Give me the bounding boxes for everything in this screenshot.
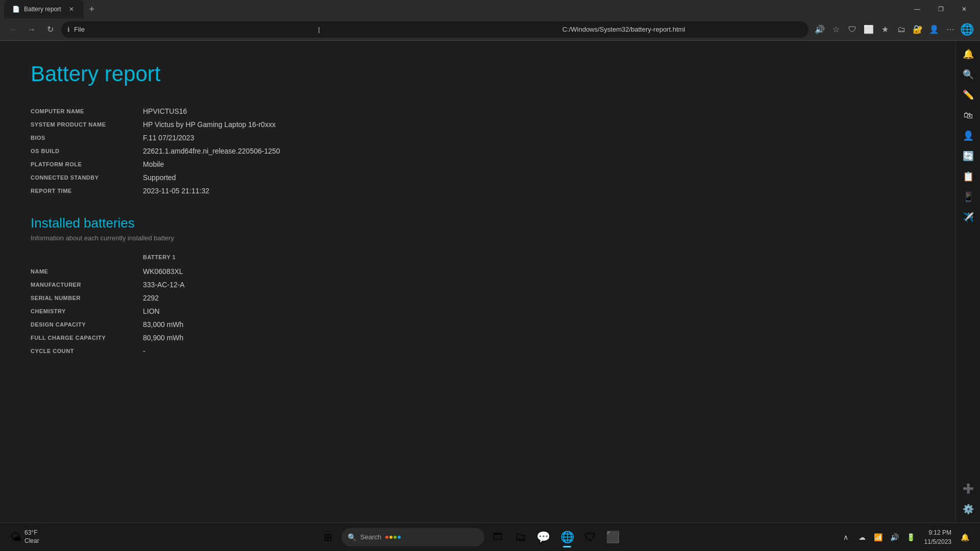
- active-tab[interactable]: 📄 Battery report ✕: [4, 0, 84, 18]
- new-tab-button[interactable]: +: [84, 2, 100, 16]
- start-icon: ⊞: [324, 531, 332, 543]
- sidebar-settings-icon[interactable]: ⚙️: [959, 500, 977, 518]
- address-bar: ← → ↻ ℹ File | C:/Windows/System32/batte…: [0, 18, 980, 41]
- field-value-5: Supported: [143, 173, 925, 182]
- tray-wifi[interactable]: 📶: [871, 530, 886, 544]
- browser-icon: 🌐: [560, 531, 574, 544]
- profile-button[interactable]: 👤: [927, 22, 941, 37]
- tray-battery[interactable]: 🔋: [904, 530, 918, 544]
- field-value-4: Mobile: [143, 160, 925, 168]
- sidebar-add-icon[interactable]: ➕: [959, 480, 977, 498]
- sidebar-sync-icon[interactable]: 🔄: [959, 147, 977, 165]
- tray-chevron[interactable]: ∧: [839, 530, 853, 544]
- browser-sidebar: 🔔 🔍 ✏️ 🛍 👤 🔄 📋 📱 ✈️ ➕ ⚙️: [955, 41, 980, 522]
- taskbar: 🌤 63°F Clear ⊞ 🔍 Search 🗔: [0, 522, 980, 551]
- battery-field-label-3: CHEMISTRY: [31, 307, 143, 315]
- field-label-6: REPORT TIME: [31, 187, 143, 195]
- address-url: C:/Windows/System32/battery-report.html: [562, 26, 802, 33]
- field-value-6: 2023-11-05 21:11:32: [143, 187, 925, 195]
- tab-bar: 📄 Battery report ✕ +: [4, 0, 903, 18]
- refresh-button[interactable]: ↻: [43, 22, 57, 37]
- taskbar-chat-app[interactable]: 💬: [532, 526, 554, 548]
- system-clock[interactable]: 9:12 PM 11/5/2023: [920, 526, 955, 548]
- battery-field-label-4: DESIGN CAPACITY: [31, 320, 143, 329]
- field-value-0: HPVICTUS16: [143, 107, 925, 115]
- favorites-list-button[interactable]: ★: [878, 22, 892, 37]
- report-title: Battery report: [31, 61, 925, 87]
- favorites-button[interactable]: ☆: [829, 22, 843, 37]
- weather-text: 63°F Clear: [24, 529, 39, 545]
- sidebar-send-icon[interactable]: ✈️: [959, 208, 977, 227]
- weather-icon: 🌤: [10, 531, 21, 544]
- sidebar-copilot-icon[interactable]: 📱: [959, 188, 977, 206]
- dot-red: [385, 536, 388, 539]
- close-button[interactable]: ✕: [952, 1, 976, 17]
- field-label-5: CONNECTED STANDBY: [31, 173, 143, 182]
- field-label-3: OS BUILD: [31, 147, 143, 155]
- more-button[interactable]: ⋯: [943, 22, 958, 37]
- tray-cloud[interactable]: ☁: [855, 530, 869, 544]
- tray-notification[interactable]: 🔔: [958, 530, 972, 544]
- battery-field-value-5: 80,900 mWh: [143, 334, 245, 342]
- edge-icon[interactable]: 🌐: [960, 22, 974, 37]
- browser-content: Battery report COMPUTER NAME HPVICTUS16 …: [0, 41, 955, 522]
- taskbar-files-app[interactable]: 🗂: [511, 526, 530, 548]
- taskbar-right: ∧ ☁ 📶 🔊 🔋 9:12 PM 11/5/2023 🔔: [839, 526, 980, 548]
- address-actions: 🔊 ☆ 🛡 ⬜ ★ 🗂 🔐 👤 ⋯ 🌐: [813, 22, 974, 37]
- battery-table: BATTERY 1 NAME WK06083XL MANUFACTURER 33…: [31, 254, 925, 355]
- search-colorful-dots: [385, 536, 401, 539]
- field-value-2: F.11 07/21/2023: [143, 134, 925, 142]
- tray-volume[interactable]: 🔊: [888, 530, 902, 544]
- battery-field-label-0: NAME: [31, 267, 143, 276]
- address-input[interactable]: ℹ File | C:/Windows/System32/battery-rep…: [61, 21, 808, 38]
- task-view-button[interactable]: 🗔: [486, 526, 509, 548]
- chat-icon: 💬: [536, 531, 550, 544]
- clock-time: 9:12 PM: [924, 528, 951, 537]
- browser-essentials-button[interactable]: 🛡: [845, 22, 860, 37]
- title-bar: 📄 Battery report ✕ + — ❒ ✕: [0, 0, 980, 18]
- battery-col-header: BATTERY 1: [143, 254, 245, 260]
- battery-field-value-0: WK06083XL: [143, 267, 245, 276]
- field-label-4: PLATFORM ROLE: [31, 160, 143, 168]
- battery-field-value-3: LION: [143, 307, 245, 315]
- battery-field-label-2: SERIAL NUMBER: [31, 294, 143, 302]
- field-label-0: COMPUTER NAME: [31, 107, 143, 115]
- sidebar-profile-icon[interactable]: 👤: [959, 127, 977, 145]
- browser-action-button[interactable]: 🔐: [911, 22, 925, 37]
- norton-icon: 🛡: [584, 531, 596, 544]
- window-controls: — ❒ ✕: [905, 1, 976, 17]
- installed-batteries-title: Installed batteries: [31, 215, 925, 231]
- sidebar-shopping-icon[interactable]: 🛍: [959, 106, 977, 124]
- start-button[interactable]: ⊞: [317, 526, 339, 548]
- sidebar-notifications-icon[interactable]: 🔔: [959, 45, 977, 63]
- split-screen-button[interactable]: ⬜: [862, 22, 876, 37]
- battery-field-value-2: 2292: [143, 294, 245, 302]
- system-info-table: COMPUTER NAME HPVICTUS16 SYSTEM PRODUCT …: [31, 107, 925, 195]
- tab-close-button[interactable]: ✕: [67, 5, 76, 13]
- forward-button[interactable]: →: [24, 22, 39, 37]
- taskbar-left: 🌤 63°F Clear: [0, 527, 102, 547]
- minimize-button[interactable]: —: [905, 1, 929, 17]
- weather-widget[interactable]: 🌤 63°F Clear: [6, 527, 43, 547]
- task-view-icon: 🗔: [493, 532, 502, 542]
- taskbar-search-icon: 🔍: [348, 533, 356, 541]
- maximize-button[interactable]: ❒: [929, 1, 952, 17]
- info-icon: ℹ: [67, 26, 70, 33]
- terminal-icon: ⬛: [606, 531, 620, 544]
- taskbar-terminal-app[interactable]: ⬛: [602, 526, 624, 548]
- read-aloud-button[interactable]: 🔊: [813, 22, 827, 37]
- taskbar-browser-app[interactable]: 🌐: [556, 526, 578, 548]
- taskbar-norton-app[interactable]: 🛡: [580, 526, 600, 548]
- sidebar-outlook-icon[interactable]: 📋: [959, 167, 977, 186]
- field-value-1: HP Victus by HP Gaming Laptop 16-r0xxx: [143, 120, 925, 129]
- weather-temp: 63°F: [24, 529, 39, 537]
- sidebar-search-icon[interactable]: 🔍: [959, 65, 977, 84]
- back-button[interactable]: ←: [6, 22, 20, 37]
- files-icon: 🗂: [515, 531, 526, 544]
- collections-button[interactable]: 🗂: [894, 22, 909, 37]
- taskbar-search-bar[interactable]: 🔍 Search: [341, 528, 484, 546]
- field-value-3: 22621.1.amd64fre.ni_release.220506-1250: [143, 147, 925, 155]
- address-separator: |: [318, 26, 558, 33]
- sidebar-notes-icon[interactable]: ✏️: [959, 86, 977, 104]
- dot-yellow: [389, 536, 393, 539]
